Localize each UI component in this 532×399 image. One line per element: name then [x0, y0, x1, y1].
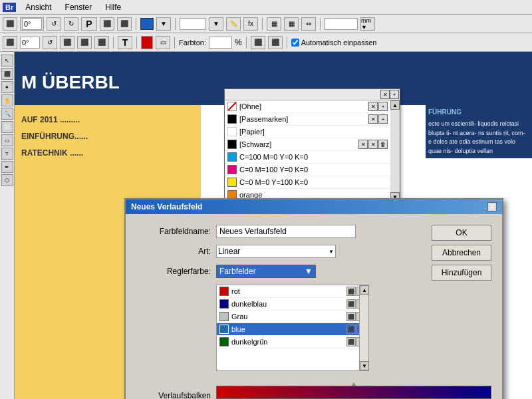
- art-label: Art:: [136, 247, 216, 256]
- schwarz-del-icon[interactable]: 🗑: [378, 140, 388, 149]
- farbfeldname-label: Farbfeldname:: [136, 227, 216, 236]
- tb-btn-5[interactable]: ⬛: [117, 17, 132, 31]
- tb-dropdown-arrow[interactable]: ▼: [156, 17, 171, 31]
- dropdown-close-icon[interactable]: ✕: [380, 90, 390, 99]
- schwarz-x1-icon[interactable]: ✕: [358, 140, 368, 149]
- dcl-dunkelgruen[interactable]: dunkelgrün ⬛ ✕: [217, 336, 368, 348]
- menu-fenster[interactable]: Fenster: [61, 1, 96, 13]
- ok-button[interactable]: OK: [432, 225, 491, 241]
- hinzufuegen-button[interactable]: Hinzufügen: [432, 265, 491, 281]
- tb-btn-2[interactable]: ↺: [47, 17, 61, 31]
- dcl-grau-label: Grau: [231, 313, 247, 321]
- color-item-papier[interactable]: [Papier]: [225, 126, 390, 138]
- dcl-scroll-down[interactable]: ▼: [360, 361, 369, 370]
- sidebar-tool-4[interactable]: ✋: [1, 94, 13, 106]
- tb-btn-8[interactable]: ▦: [267, 17, 281, 31]
- dcl-rot[interactable]: rot ⬛ ✕: [217, 285, 368, 298]
- sidebar-tool-1[interactable]: ↖: [1, 55, 13, 66]
- tb-btn-4[interactable]: ⬛: [100, 17, 114, 31]
- color-item-magenta[interactable]: C=0 M=100 Y=0 K=0: [225, 164, 390, 176]
- color-item-schwarz[interactable]: [Schwarz] ✕ ✕ 🗑: [225, 138, 390, 151]
- dcl-grau[interactable]: Grau ⬛ ✕: [217, 311, 368, 323]
- ohne-icons: ✕ +: [368, 102, 388, 111]
- mm-input[interactable]: 4,233 mm: [325, 18, 358, 30]
- tb2-frame-btn[interactable]: ▭: [156, 36, 170, 49]
- sidebar-tool-9[interactable]: ✒: [1, 161, 13, 173]
- dcl-scrollbar[interactable]: ▲ ▼: [359, 285, 368, 370]
- schwarz-x2-icon[interactable]: ✕: [368, 140, 378, 149]
- tb-angle1[interactable]: [20, 17, 44, 31]
- tb-btn-9[interactable]: ▦: [284, 17, 299, 31]
- sidebar-tool-7[interactable]: ▭: [1, 134, 13, 146]
- dcl-dunkelblau[interactable]: dunkelblau ⬛ ✕: [217, 298, 368, 311]
- tb-btn-3[interactable]: ↻: [64, 17, 78, 31]
- auto-einpassen-checkbox[interactable]: [291, 39, 299, 47]
- reglerfarbe-select[interactable]: Farbfelder ▼: [216, 265, 316, 278]
- schwarz-swatch: [227, 140, 237, 149]
- tb2-btn-4[interactable]: ⬛: [77, 36, 92, 49]
- gradient-bar: [216, 386, 491, 399]
- color-item-yellow[interactable]: C=0 M=0 Y=100 K=0: [225, 176, 390, 189]
- tb-btn-10[interactable]: ⇔: [301, 17, 316, 31]
- angle1-input[interactable]: [22, 18, 42, 30]
- passemarken-swatch: [227, 114, 237, 124]
- sep7: [174, 37, 175, 49]
- dcl-dunkelgruen-icon1[interactable]: ⬛: [346, 337, 356, 346]
- ohne-x-icon[interactable]: ✕: [368, 102, 378, 111]
- ohne-plus-icon[interactable]: +: [378, 102, 388, 111]
- color-item-passemarken[interactable]: [Passemarken] ✕ +: [225, 113, 390, 126]
- mm-unit-btn[interactable]: mm ▼: [360, 17, 375, 31]
- dropdown-pin-icon[interactable]: +: [390, 90, 399, 99]
- dcl-blue[interactable]: blue ⬛ ✕: [217, 323, 368, 336]
- dialog-close-button[interactable]: ✕: [487, 202, 497, 211]
- gradient-bar-wrapper: [216, 380, 491, 399]
- tb2-color-btn[interactable]: [141, 36, 153, 49]
- sidebar-tool-3[interactable]: ✦: [1, 81, 13, 93]
- farbfeldname-input[interactable]: [216, 225, 356, 238]
- passemarken-x-icon[interactable]: ✕: [368, 114, 378, 124]
- tb-btn-6[interactable]: 📏: [226, 17, 241, 31]
- tb2-btn-3[interactable]: ⬛: [60, 36, 74, 49]
- tb2-misc-btn2[interactable]: ⬛: [268, 36, 283, 49]
- sidebar-tool-2[interactable]: ⬛: [1, 68, 13, 80]
- tb2-btn-5[interactable]: ⬛: [94, 36, 109, 49]
- tb-p-btn[interactable]: P: [81, 17, 97, 31]
- sidebar-tool-5[interactable]: 🔍: [1, 108, 13, 120]
- pt-input[interactable]: 0 Pt: [180, 18, 206, 30]
- color-item-cyan[interactable]: C=100 M=0 Y=0 K=0: [225, 151, 390, 164]
- sep1: [136, 18, 136, 30]
- sidebar-tool-8[interactable]: T: [1, 148, 13, 160]
- dcl-grau-icon1[interactable]: ⬛: [346, 312, 356, 321]
- doc-subtitle2: EINFÜHRUNG......: [21, 132, 88, 141]
- tb2-misc-btn[interactable]: ⬛: [251, 36, 265, 49]
- sidebar-tool-10[interactable]: ⬡: [1, 174, 13, 186]
- scroll-up-arrow[interactable]: ▲: [390, 100, 400, 110]
- schwarz-icons: ✕ ✕ 🗑: [358, 140, 388, 149]
- art-select[interactable]: Linear ▼: [216, 245, 336, 258]
- dcl-rot-icon1[interactable]: ⬛: [346, 287, 356, 296]
- color-dropdown-header: ✕ +: [225, 89, 400, 100]
- menu-hilfe[interactable]: Hilfe: [101, 1, 125, 13]
- pt-dropdown[interactable]: ▼: [209, 17, 223, 31]
- tb-btn-7[interactable]: fx: [243, 17, 258, 31]
- abbrechen-button[interactable]: Abbrechen: [432, 245, 491, 261]
- dcl-dunkelblau-icon1[interactable]: ⬛: [346, 299, 356, 309]
- passemarken-plus-icon[interactable]: +: [378, 114, 388, 124]
- farbton-input[interactable]: 100: [209, 37, 232, 49]
- doc-title: M ÜBERBL: [21, 72, 120, 93]
- tb2-angle2-container: [20, 37, 40, 49]
- tb-btn-1[interactable]: ⬛: [3, 17, 17, 31]
- color-list-scrollbar[interactable]: ▲ ▼: [390, 100, 400, 201]
- color-item-ohne[interactable]: [Ohne] ✕ +: [225, 100, 390, 113]
- tb2-btn-1[interactable]: ⬛: [3, 36, 17, 49]
- tb2-btn-2[interactable]: ↺: [43, 36, 57, 49]
- sidebar-tool-6[interactable]: ⬜: [1, 121, 13, 133]
- tb2-t-btn[interactable]: T: [118, 36, 132, 49]
- color-list: [Ohne] ✕ + [Passemarken] ✕ +: [225, 100, 390, 201]
- dcl-scroll-up[interactable]: ▲: [360, 285, 369, 295]
- tb-color-swatch[interactable]: [140, 18, 154, 30]
- angle2-input[interactable]: [20, 37, 40, 49]
- menu-ansicht[interactable]: Ansicht: [21, 1, 55, 13]
- sep3: [262, 18, 263, 30]
- dcl-blue-icon1[interactable]: ⬛: [346, 325, 356, 334]
